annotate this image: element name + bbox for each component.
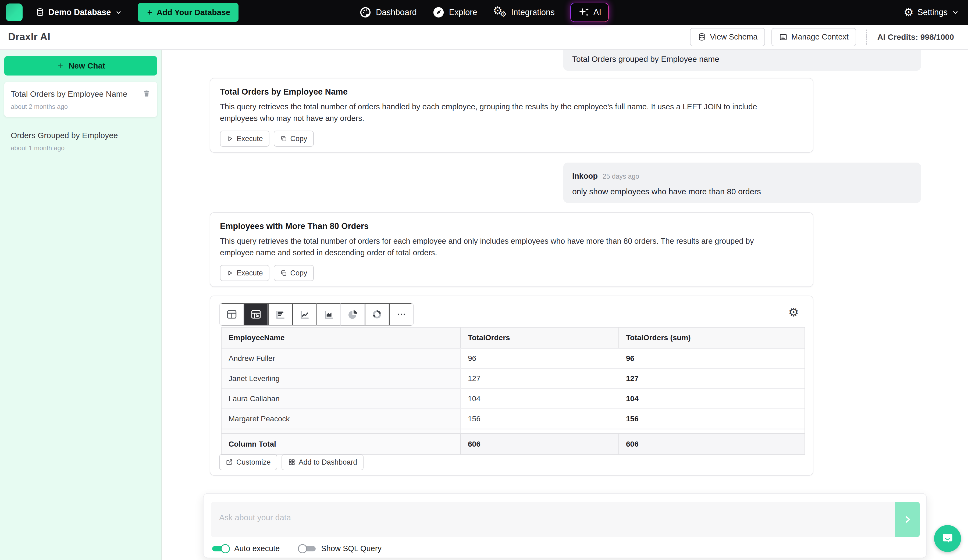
toggle-off-switch[interactable] [299,546,316,552]
results-settings-gear-icon[interactable]: ⚙ [788,306,799,318]
settings-menu[interactable]: ⚙ Settings [903,7,960,18]
results-table: EmployeeName TotalOrders TotalOrders (su… [221,327,805,455]
show-sql-label: Show SQL Query [321,544,381,553]
explore-compass-icon [433,6,445,18]
new-chat-label: New Chat [68,61,105,70]
copy-label: Copy [290,135,307,143]
query-results-card: ⚙ EmployeeName TotalOrders TotalOrders (… [210,296,814,476]
query-card-description: This query retrieves the total number of… [220,235,774,258]
nav-ai-label: AI [593,8,601,17]
copy-label: Copy [290,269,307,277]
nav-explore[interactable]: Explore [433,6,477,18]
top-navigation-bar: Demo Database Add Your Database Dashboar… [0,0,968,25]
nav-dashboard-label: Dashboard [376,8,417,17]
cell-total-orders-sum: 96 [619,349,804,368]
cell-total-orders-sum: 104 [619,389,804,408]
table-row: Andrew Fuller 96 96 [222,348,804,368]
nav-ai[interactable]: AI [570,3,609,22]
cell-total-orders: 127 [461,369,619,388]
nav-dashboard[interactable]: Dashboard [359,6,417,18]
settings-gear-icon: ⚙ [903,7,914,18]
copy-button[interactable]: Copy [274,131,314,147]
message-timestamp: 25 days ago [603,172,639,180]
external-link-icon [225,458,233,466]
chart-type-table-icon[interactable] [220,303,244,325]
chevron-down-icon [951,8,960,17]
user-message-text: only show employees who have more than 8… [572,187,921,196]
nav-integrations[interactable]: ⚙ ⚙ Integrations [493,6,555,19]
user-message-bubble: Total Orders grouped by Employee name [563,49,921,71]
ai-query-card: Employees with More Than 80 Orders This … [210,212,814,287]
column-header[interactable]: EmployeeName [222,327,461,348]
ask-data-input[interactable] [211,502,895,537]
draxlr-logo[interactable] [6,3,23,21]
top-nav-links: Dashboard Explore ⚙ ⚙ Integrations [359,0,609,25]
cell-total-orders-sum: 156 [619,409,804,429]
integrations-gears-icon: ⚙ ⚙ [493,6,507,19]
plus-icon [56,62,64,70]
cell-employee-name: Margaret Peacock [222,409,461,429]
execute-button[interactable]: Execute [220,265,269,281]
chart-type-donut-icon[interactable] [365,303,389,325]
execute-button[interactable]: Execute [220,131,269,147]
view-schema-label: View Schema [710,33,757,41]
context-list-icon [779,33,787,41]
delete-chat-trash-icon[interactable] [143,89,151,97]
user-message-text: Total Orders grouped by Employee name [572,55,719,64]
cell-total-orders-sum-total: 606 [619,434,804,454]
customize-button[interactable]: Customize [219,454,277,470]
chat-bubble-icon [941,532,955,545]
query-card-description: This query retrieves the total number of… [220,101,774,124]
send-button[interactable] [895,502,920,537]
copy-icon [280,269,287,276]
chart-type-pie-icon[interactable] [341,303,365,325]
page-header: Draxlr AI View Schema Manage Context [0,25,968,50]
add-to-dashboard-label: Add to Dashboard [299,458,357,466]
header-divider [866,30,867,45]
chart-type-area-icon[interactable] [317,303,341,325]
view-schema-button[interactable]: View Schema [690,28,765,46]
chart-type-line-icon[interactable] [292,303,317,325]
chat-item-title: Total Orders by Employee Name [11,89,128,99]
table-row: Janet Leverling 127 127 [222,368,804,388]
auto-execute-label: Auto execute [234,544,280,553]
chat-list-item-active[interactable]: Total Orders by Employee Name about 2 mo… [4,82,157,117]
chart-type-bar-icon[interactable] [268,303,292,325]
toggle-on-switch[interactable] [212,546,229,552]
table-header-row: EmployeeName TotalOrders TotalOrders (su… [222,327,804,348]
table-row: Laura Callahan 104 104 [222,388,804,408]
show-sql-toggle[interactable]: Show SQL Query [299,544,381,553]
schema-database-icon [698,33,706,41]
chat-list-item[interactable]: Orders Grouped by Employee about 1 month… [4,123,157,158]
add-your-database-button[interactable]: Add Your Database [138,3,239,22]
column-header[interactable]: TotalOrders (sum) [619,327,804,348]
execute-label: Execute [237,135,263,143]
add-to-dashboard-button[interactable]: Add to Dashboard [282,454,364,470]
manage-context-button[interactable]: Manage Context [771,28,856,46]
cell-employee-name: Andrew Fuller [222,349,461,368]
chat-item-time: about 1 month ago [11,144,151,152]
new-chat-button[interactable]: New Chat [4,56,157,76]
database-selector-label: Demo Database [48,8,111,17]
database-selector[interactable]: Demo Database [35,8,122,17]
database-icon [35,8,45,17]
cell-employee-name: Janet Leverling [222,369,461,388]
dashboard-palette-icon [359,6,371,18]
table-total-row: Column Total 606 606 [222,433,804,454]
ai-sparkles-icon [578,7,590,18]
chart-type-more-icon[interactable] [389,303,413,325]
customize-label: Customize [236,458,271,466]
user-message-bubble: Inkoop 25 days ago only show employees w… [563,163,921,203]
cell-total-orders: 96 [461,349,619,368]
auto-execute-toggle[interactable]: Auto execute [212,544,280,553]
ai-credits: AI Credits: 998/1000 [877,33,954,42]
message-author: Inkoop [572,172,598,180]
intercom-chat-launcher[interactable] [934,525,961,552]
plus-icon [146,8,154,16]
chart-type-pivot-table-icon[interactable] [244,303,268,325]
column-header[interactable]: TotalOrders [461,327,619,348]
chevron-down-icon [115,8,122,16]
nav-integrations-label: Integrations [511,8,555,17]
play-icon [226,135,234,142]
copy-button[interactable]: Copy [274,265,314,281]
